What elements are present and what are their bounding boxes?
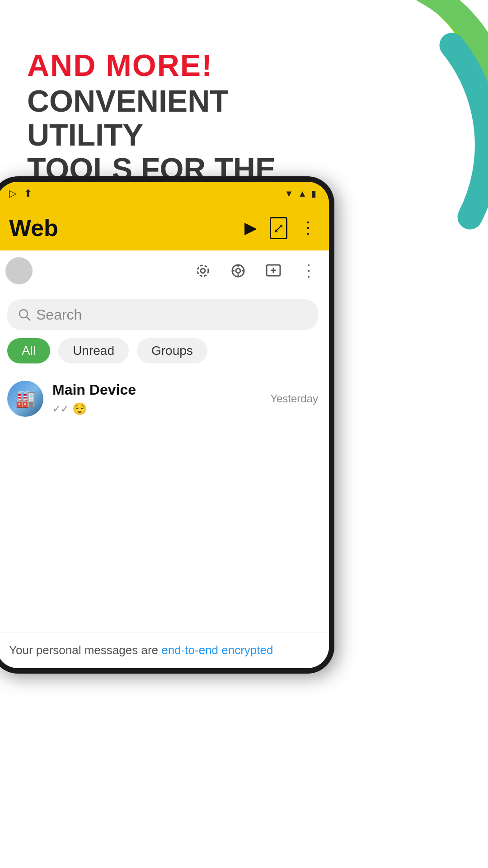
more-options-icon[interactable]: ⋮: [300, 218, 316, 237]
search-placeholder: Search: [36, 307, 82, 323]
filter-all[interactable]: All: [7, 338, 50, 363]
encryption-notice: Your personal messages are end-to-end en…: [0, 632, 329, 668]
qr-scan-icon[interactable]: [192, 259, 214, 282]
chat-emoji: 😌: [72, 402, 87, 416]
search-icon: [18, 308, 31, 321]
encryption-text: Your personal messages are: [9, 643, 161, 657]
svg-point-3: [236, 269, 240, 273]
chat-time: Yesterday: [270, 392, 318, 405]
phone-screen: ▷ ⬆ ▼ ▲ ▮ Web ▶ ⤢ ⋮: [0, 182, 329, 668]
search-input[interactable]: Search: [7, 299, 318, 330]
chat-avatar: 🏭: [7, 381, 43, 417]
status-bar-right: ▼ ▲ ▮: [284, 188, 316, 199]
send-icon[interactable]: ▶: [244, 218, 257, 237]
notification-icon: ▷: [9, 188, 17, 199]
header-icons: ▶ ⤢ ⋮: [244, 217, 316, 239]
status-bar: ▷ ⬆ ▼ ▲ ▮: [0, 182, 329, 205]
overflow-icon[interactable]: ⋮: [297, 259, 320, 282]
new-chat-icon[interactable]: [262, 259, 285, 282]
filter-tabs: All Unread Groups: [0, 338, 329, 372]
user-avatar[interactable]: [5, 257, 33, 284]
svg-line-12: [27, 317, 30, 320]
chat-preview: ✓✓ 😌: [52, 402, 261, 416]
download-icon: ⬆: [24, 188, 32, 199]
filter-groups[interactable]: Groups: [137, 338, 207, 363]
toolbar: ⋮: [0, 250, 329, 291]
svg-point-0: [197, 265, 208, 276]
double-check-icon: ✓✓: [52, 403, 69, 415]
encryption-link[interactable]: end-to-end encrypted: [161, 643, 273, 657]
phone-mockup: ▷ ⬆ ▼ ▲ ▮ Web ▶ ⤢ ⋮: [0, 176, 334, 674]
fullscreen-icon[interactable]: ⤢: [270, 217, 287, 239]
app-header: Web ▶ ⤢ ⋮: [0, 205, 329, 250]
wifi-icon: ▼: [284, 189, 293, 199]
filter-unread[interactable]: Unread: [58, 338, 129, 363]
building-icon: 🏭: [15, 389, 36, 408]
chat-info: Main Device ✓✓ 😌: [52, 382, 261, 416]
toolbar-icons: ⋮: [192, 259, 320, 282]
signal-icon: ▲: [298, 189, 307, 199]
table-row[interactable]: 🏭 Main Device ✓✓ 😌 Yesterday: [0, 372, 329, 426]
svg-point-1: [201, 269, 205, 273]
chat-name: Main Device: [52, 382, 261, 398]
search-bar-container: Search: [0, 291, 329, 338]
app-title: Web: [9, 214, 58, 241]
and-more-label: AND MORE!: [27, 50, 289, 80]
battery-icon: ▮: [311, 188, 316, 199]
chat-meta: Yesterday: [270, 392, 318, 405]
message-icon[interactable]: [227, 259, 249, 282]
chat-list: 🏭 Main Device ✓✓ 😌 Yesterday: [0, 372, 329, 632]
status-bar-left: ▷ ⬆: [9, 188, 32, 199]
